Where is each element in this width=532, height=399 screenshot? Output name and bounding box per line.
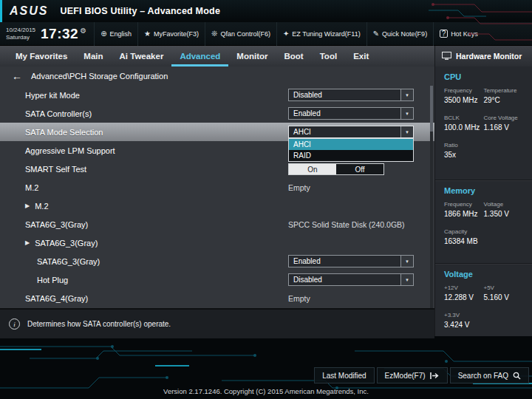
memory-voltage-value: 1.350 V [484, 210, 524, 218]
cpu-frequency-label: Frequency [444, 87, 484, 94]
memory-section-title: Memory [444, 186, 523, 195]
memory-voltage-label: Voltage [484, 201, 524, 208]
asus-logo: ASUS [2, 4, 60, 18]
capacity-value: 16384 MB [444, 237, 484, 245]
memory-frequency-value: 1866 MHz [444, 210, 484, 218]
star-icon: ★ [144, 30, 151, 38]
select-value: AHCI [289, 126, 400, 137]
group-label: M.2 [30, 202, 48, 211]
tab-my-favorites[interactable]: My Favorites [7, 46, 75, 66]
tab-ai-tweaker[interactable]: Ai Tweaker [112, 46, 172, 66]
setting-label: Hyper kit Mode [0, 91, 80, 100]
select-value: Disabled [289, 274, 400, 285]
setting-label: Aggressive LPM Support [0, 146, 115, 155]
last-modified-button[interactable]: Last Modified [314, 367, 374, 383]
quick-note-button[interactable]: ✎ Quick Note(F9) [366, 22, 433, 46]
time-text: 17:32 [41, 26, 78, 42]
tab-advanced[interactable]: Advanced [171, 46, 228, 66]
globe-icon: ⊕ [100, 30, 106, 38]
cpu-temperature-value: 29°C [484, 96, 524, 104]
dropdown-option-ahci[interactable]: AHCI [289, 139, 413, 150]
chevron-down-icon: ▼ [400, 274, 413, 285]
setting-row-hot-plug[interactable]: Hot Plug Disabled ▼ [0, 270, 434, 289]
setting-row-hyper-kit-mode[interactable]: Hyper kit Mode Disabled ▼ [0, 86, 434, 104]
date-time-display: 10/24/2015 Saturday 17:32 ⚙ [0, 22, 92, 46]
breadcrumb-text: Advanced\PCH Storage Configuration [31, 72, 168, 81]
setting-row-smart-self-test[interactable]: SMART Self Test On Off [0, 160, 434, 178]
language-button[interactable]: ⊕ English [94, 22, 137, 46]
help-text: Determines how SATA controller(s) operat… [27, 320, 171, 328]
dropdown-option-raid[interactable]: RAID [289, 150, 413, 161]
setting-label: M.2 [0, 183, 38, 192]
hot-keys-label: Hot Keys [451, 30, 478, 38]
note-icon: ✎ [373, 30, 379, 38]
date-text: 10/24/2015 [6, 27, 35, 34]
info-row-m2: M.2 Empty [0, 178, 434, 197]
search-faq-button[interactable]: Search on FAQ [450, 367, 529, 383]
scrollbar-thumb[interactable] [430, 86, 433, 132]
voltage-section-title: Voltage [444, 270, 523, 279]
voltage-section: Voltage +12V12.288 V +5V5.160 V +3.3V3.4… [435, 263, 532, 336]
setting-label: SATA Mode Selection [0, 128, 103, 137]
ratio-value: 35x [444, 151, 484, 159]
hyper-kit-mode-select[interactable]: Disabled ▼ [288, 89, 414, 101]
select-value: Enabled [289, 108, 400, 119]
chevron-down-icon: ▼ [400, 126, 413, 137]
select-value: Disabled [289, 89, 400, 100]
pch-storage-configuration-panel: ← Advanced\PCH Storage Configuration Hyp… [0, 66, 434, 308]
version-text: Version 2.17.1246. Copyright (C) 2015 Am… [0, 387, 532, 395]
sata-mode-dropdown-list: AHCI RAID [288, 138, 414, 162]
search-icon [513, 372, 521, 380]
setting-label: SATA6G_4(Gray) [0, 294, 88, 303]
sata-controllers-select[interactable]: Enabled ▼ [288, 107, 414, 120]
qfan-label: Qfan Control(F6) [220, 30, 270, 38]
toggle-option-on[interactable]: On [289, 164, 336, 174]
hot-keys-button[interactable]: ? Hot Keys [433, 22, 484, 46]
wand-icon: ✦ [283, 30, 289, 38]
search-faq-label: Search on FAQ [458, 372, 508, 380]
last-modified-label: Last Modified [322, 372, 366, 380]
v12-value: 12.288 V [444, 293, 484, 301]
tab-monitor[interactable]: Monitor [228, 46, 276, 66]
sata-mode-select[interactable]: AHCI ▼ [288, 126, 414, 138]
qfan-control-button[interactable]: ❊ Qfan Control(F6) [205, 22, 276, 46]
setting-label: SATA6G_3(Gray) [0, 220, 88, 229]
ez-mode-button[interactable]: EzMode(F7) [377, 367, 448, 383]
v5-value: 5.160 V [484, 293, 524, 301]
tab-main[interactable]: Main [75, 46, 111, 66]
core-voltage-value: 1.168 V [484, 123, 524, 132]
setting-row-sata-controllers[interactable]: SATA Controller(s) Enabled ▼ [0, 104, 434, 123]
ez-mode-label: EzMode(F7) [385, 372, 426, 380]
setting-label: SMART Self Test [0, 165, 86, 174]
toggle-option-off[interactable]: Off [336, 164, 383, 174]
main-menu-tabs: My Favorites Main Ai Tweaker Advanced Mo… [0, 46, 434, 66]
ez-tuning-wizard-button[interactable]: ✦ EZ Tuning Wizard(F11) [276, 22, 366, 46]
v12-label: +12V [444, 284, 484, 291]
tab-boot[interactable]: Boot [276, 46, 312, 66]
memory-section: Memory Frequency1866 MHz Voltage1.350 V … [435, 180, 532, 263]
group-row-m2[interactable]: ▶ M.2 [0, 197, 434, 215]
clock-settings-gear-icon[interactable]: ⚙ [80, 27, 86, 35]
tab-tool[interactable]: Tool [312, 46, 345, 66]
title-bar: ASUS UEFI BIOS Utility – Advanced Mode [0, 0, 532, 22]
tab-exit[interactable]: Exit [345, 46, 377, 66]
chevron-down-icon: ▼ [400, 108, 413, 119]
back-arrow-icon[interactable]: ← [12, 70, 22, 82]
v5-label: +5V [484, 284, 524, 291]
my-favorite-button[interactable]: ★ MyFavorite(F3) [137, 22, 205, 46]
smart-self-test-toggle: On Off [288, 163, 384, 175]
chevron-down-icon: ▼ [400, 256, 413, 267]
cpu-temperature-label: Temperature [484, 87, 524, 94]
quick-note-label: Quick Note(F9) [382, 30, 427, 38]
hot-plug-select[interactable]: Disabled ▼ [288, 273, 414, 286]
sata6g3-device-value: SPCC Solid State Disk (240.0GB) [288, 220, 405, 229]
select-value: Enabled [289, 256, 400, 267]
sata6g3-enable-select[interactable]: Enabled ▼ [288, 255, 414, 267]
scrollbar[interactable] [430, 86, 433, 308]
setting-row-sata6g3-enable[interactable]: SATA6G_3(Gray) Enabled ▼ [0, 252, 434, 270]
setting-label: SATA Controller(s) [0, 109, 92, 118]
group-row-sata6g3[interactable]: ▶ SATA6G_3(Gray) [0, 233, 434, 252]
fan-icon: ❊ [211, 30, 217, 38]
hardware-monitor-title: Hardware Monitor [456, 52, 522, 61]
help-bar: i Determines how SATA controller(s) oper… [0, 308, 434, 338]
